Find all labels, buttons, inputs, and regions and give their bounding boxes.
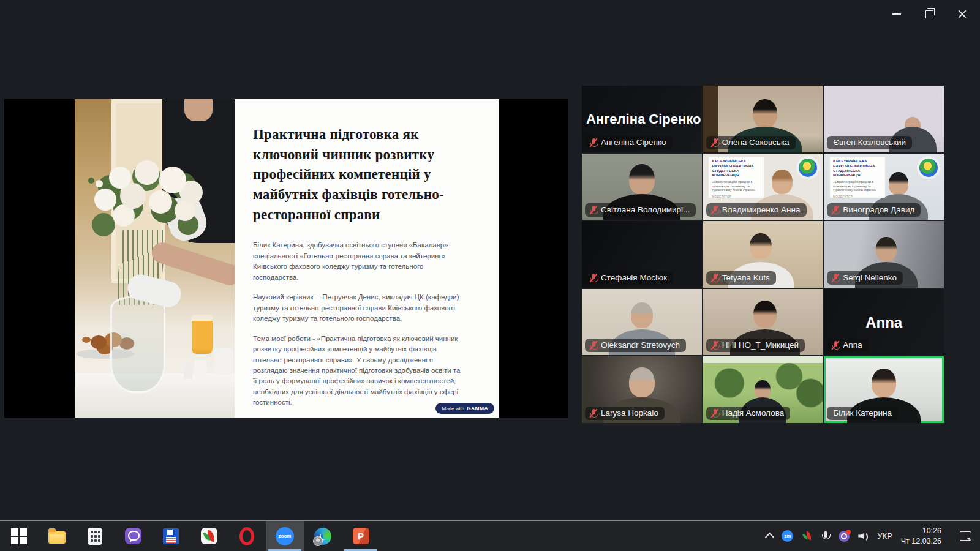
minimize-icon[interactable] (892, 13, 901, 15)
conference-poster: ІІ ВСЕУКРАЇНСЬКА НАУКОВО-ПРАКТИЧНА СТУДЕ… (830, 157, 885, 198)
poster-role: МОДЕРАТОР (833, 195, 882, 198)
floppy-app-button[interactable] (152, 521, 190, 551)
start-button[interactable] (0, 521, 38, 551)
file-explorer-button[interactable] (38, 521, 76, 551)
poster-title: ІІ ВСЕУКРАЇНСЬКА НАУКОВО-ПРАКТИЧНА СТУДЕ… (712, 159, 761, 178)
muted-mic-icon (831, 273, 839, 282)
participant-tile[interactable]: Sergi Neilenko (824, 221, 944, 288)
muted-mic-icon (710, 273, 718, 282)
participant-name-label: Larysa Hopkalo (585, 407, 665, 420)
participant-tile[interactable]: Надія Асмолова (703, 356, 823, 423)
participant-tile[interactable]: Tetyana Kuts (703, 221, 823, 288)
participant-tile[interactable]: Oleksandr Stretovych (582, 289, 702, 356)
waiter-neck-graphic (184, 99, 213, 121)
muted-mic-icon (589, 205, 597, 214)
participant-tile[interactable]: Larysa Hopkalo (582, 356, 702, 423)
clock[interactable]: 10:26 Чт 12.03.26 (901, 526, 941, 547)
participant-name: Владимиренко Анна (722, 205, 801, 214)
slide-paragraph: Науковий керівник —Петрунчак Денис, викл… (253, 292, 465, 324)
vase-graphic (110, 296, 165, 393)
close-icon[interactable] (958, 10, 967, 18)
calculator-button[interactable] (76, 521, 114, 551)
muted-mic-icon (710, 205, 718, 214)
participant-name: Білик Катерина (833, 408, 892, 418)
microphone-tray-icon[interactable] (821, 531, 830, 541)
participant-tile[interactable]: Anna Anna (824, 289, 944, 356)
muted-mic-icon (589, 340, 597, 350)
participant-grid: Ангеліна Сіренко Ангеліна Сіренко Олена … (582, 86, 944, 423)
conference-logo (799, 159, 817, 177)
tray-expand-chevron-icon[interactable] (765, 533, 775, 542)
participant-big-name: Ангеліна Сіренко (586, 111, 701, 127)
feather-tray-icon[interactable] (802, 531, 813, 542)
zoom-app-button[interactable]: zoom (266, 521, 304, 551)
participant-big-name: Anna (865, 314, 902, 331)
participant-name-label: Sergi Neilenko (827, 271, 903, 285)
participant-tile[interactable]: Олена Саковська (703, 86, 823, 152)
poster-title: ІІ ВСЕУКРАЇНСЬКА НАУКОВО-ПРАКТИЧНА СТУДЕ… (833, 159, 882, 178)
muted-mic-icon (710, 408, 718, 418)
poster-subtitle: «Євроінтеграційні процеси в готельно-рес… (712, 180, 761, 192)
restore-icon[interactable] (925, 10, 933, 18)
windows-logo-icon (11, 528, 18, 536)
notification-center-icon[interactable] (960, 531, 971, 541)
participant-tile[interactable]: Світлана Володимирі... (582, 154, 702, 220)
participant-name-label: Владимиренко Анна (706, 203, 807, 217)
zoom-tray-icon[interactable]: zm (782, 530, 793, 542)
participant-name-label: ННІ НО_Т_Микицей (706, 339, 805, 352)
edge-icon (314, 528, 331, 545)
feather-app-button[interactable] (190, 521, 228, 551)
participant-name: Sergi Neilenko (843, 273, 897, 282)
muted-mic-icon (589, 408, 597, 418)
participant-name-label: Oleksandr Stretovych (585, 339, 686, 352)
slide-paragraph: Білик Катерина, здобувачка освітнього ст… (253, 240, 465, 283)
juice-glass-graphic (192, 315, 213, 354)
participant-name-label: Євген Козловський (827, 136, 912, 149)
slide-paragraph: Тема моєї роботи - «Практична підготовка… (253, 334, 465, 408)
floppy-disk-icon (163, 528, 179, 544)
shared-screen: Практична підготовка як ключовий чинник … (4, 99, 568, 418)
participant-name-label: Ангеліна Сіренко (585, 136, 673, 149)
participant-name: Стефанія Мосіюк (601, 273, 667, 282)
participant-tile[interactable]: ІІ ВСЕУКРАЇНСЬКА НАУКОВО-ПРАКТИЧНА СТУДЕ… (824, 154, 944, 220)
viber-icon (125, 528, 141, 544)
language-indicator[interactable]: УКР (877, 531, 892, 541)
participant-name-label: Світлана Володимирі... (585, 203, 696, 217)
participant-name-label: Виноградов Давид (827, 203, 921, 217)
opera-button[interactable] (228, 521, 266, 551)
participant-tile[interactable]: Ангеліна Сіренко Ангеліна Сіренко (582, 86, 702, 152)
folder-icon (48, 531, 66, 544)
speaker-tray-icon[interactable] (858, 531, 869, 541)
participant-tile[interactable]: ННІ НО_Т_Микицей (703, 289, 823, 356)
slide-photo (75, 99, 235, 418)
feather-icon (201, 528, 217, 544)
poster-role: МОДЕРАТОР (712, 195, 761, 198)
badge-brand: GAMMA (467, 405, 488, 411)
participant-tile[interactable]: ІІ ВСЕУКРАЇНСЬКА НАУКОВО-ПРАКТИЧНА СТУДЕ… (703, 154, 823, 220)
opera-icon (239, 527, 254, 545)
slide-text-panel: Практична підготовка як ключовий чинник … (235, 99, 499, 418)
muted-mic-icon (831, 205, 839, 214)
participant-name: Anna (843, 340, 862, 350)
date: Чт 12.03.26 (901, 536, 941, 547)
muted-mic-icon (831, 340, 839, 350)
slide-title: Практична підготовка як ключовий чинник … (253, 125, 465, 225)
participant-name: Євген Козловський (833, 138, 906, 147)
participant-tile[interactable]: Стефанія Мосіюк (582, 221, 702, 288)
powerpoint-button[interactable]: P (342, 521, 380, 551)
calculator-icon (88, 528, 102, 545)
participant-tile[interactable]: Євген Козловський (824, 86, 944, 152)
muted-mic-icon (710, 340, 718, 350)
made-with-gamma-badge: Made with GAMMA (435, 403, 494, 414)
viber-tray-icon[interactable] (839, 531, 850, 542)
participant-tile-active-speaker[interactable]: Білик Катерина (824, 356, 944, 423)
system-tray: zm УКР 10:26 Чт 12.03.26 (766, 521, 980, 551)
participant-name: Надія Асмолова (722, 408, 785, 418)
edge-button[interactable] (304, 521, 342, 551)
muted-mic-icon (710, 138, 718, 147)
leaves-graphic (88, 178, 94, 184)
grid-scrollbar[interactable] (940, 91, 943, 102)
viber-button[interactable] (114, 521, 152, 551)
zoom-meeting-window: Практична підготовка як ключовий чинник … (0, 0, 980, 551)
participant-name: Tetyana Kuts (722, 273, 770, 282)
